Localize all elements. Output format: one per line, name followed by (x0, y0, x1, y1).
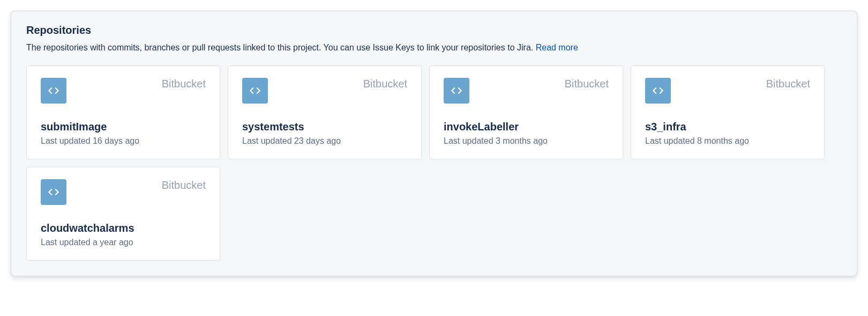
repository-cards: Bitbucket submitImage Last updated 16 da… (26, 65, 842, 261)
card-header: Bitbucket (41, 78, 206, 104)
code-icon (645, 78, 671, 104)
repo-name: systemtests (242, 121, 407, 133)
repo-name: cloudwatchalarms (41, 222, 206, 234)
repo-name: s3_infra (645, 121, 810, 133)
read-more-link[interactable]: Read more (536, 43, 578, 52)
repo-name: invokeLabeller (444, 121, 609, 133)
provider-label: Bitbucket (565, 78, 609, 90)
code-icon (444, 78, 469, 104)
card-header: Bitbucket (645, 78, 810, 104)
repository-card[interactable]: Bitbucket cloudwatchalarms Last updated … (26, 167, 220, 261)
repo-updated: Last updated 3 months ago (444, 136, 609, 146)
panel-title: Repositories (26, 24, 842, 36)
code-icon (41, 78, 66, 104)
provider-label: Bitbucket (363, 78, 407, 90)
repo-updated: Last updated a year ago (41, 238, 206, 247)
repository-card[interactable]: Bitbucket s3_infra Last updated 8 months… (631, 65, 825, 159)
code-icon (41, 179, 66, 205)
provider-label: Bitbucket (162, 179, 206, 192)
code-icon (242, 78, 268, 104)
repository-card[interactable]: Bitbucket invokeLabeller Last updated 3 … (429, 65, 623, 159)
panel-subtitle: The repositories with commits, branches … (26, 42, 842, 54)
card-header: Bitbucket (41, 179, 206, 205)
provider-label: Bitbucket (162, 78, 206, 90)
repository-card[interactable]: Bitbucket submitImage Last updated 16 da… (26, 65, 220, 159)
repo-updated: Last updated 23 days ago (242, 136, 407, 146)
repository-card[interactable]: Bitbucket systemtests Last updated 23 da… (228, 65, 422, 159)
panel-subtitle-text: The repositories with commits, branches … (26, 43, 536, 52)
repo-updated: Last updated 16 days ago (41, 136, 206, 146)
card-header: Bitbucket (242, 78, 407, 104)
provider-label: Bitbucket (766, 78, 810, 90)
repo-updated: Last updated 8 months ago (645, 136, 810, 146)
card-header: Bitbucket (444, 78, 609, 104)
repo-name: submitImage (41, 121, 206, 133)
repositories-panel: Repositories The repositories with commi… (11, 11, 857, 276)
